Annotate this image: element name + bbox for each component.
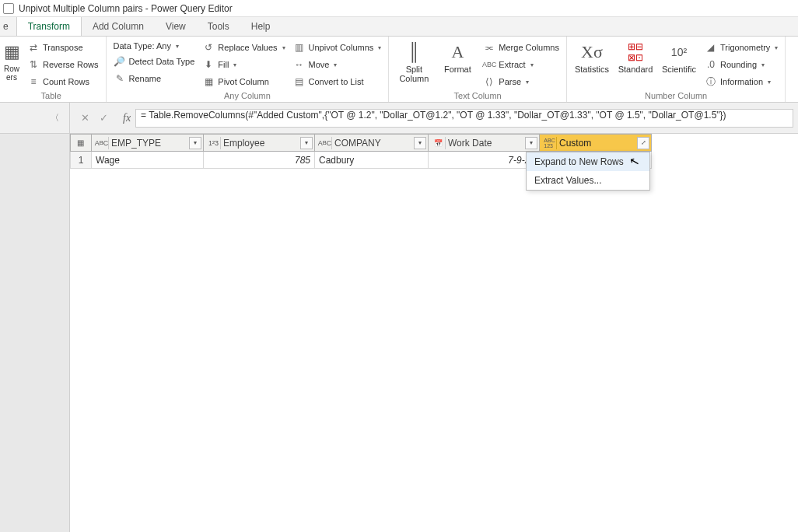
text-type-icon: ABC	[95, 137, 109, 149]
scientific-button[interactable]: 10² Scientific	[659, 40, 699, 75]
column-header-company[interactable]: ABC COMPANY ▾	[315, 134, 429, 152]
statistics-icon: Xσ	[581, 41, 603, 63]
formula-input[interactable]: = Table.RemoveColumns(#"Added Custom",{"…	[135, 109, 793, 128]
tab-transform[interactable]: Transform	[16, 17, 82, 36]
tab-help[interactable]: Help	[240, 17, 282, 36]
reverse-icon: ⇅	[27, 58, 40, 71]
detect-type-button[interactable]: 🔎 Detect Data Type	[111, 54, 198, 69]
cell-emp-type[interactable]: Wage	[92, 152, 204, 169]
standard-button[interactable]: ⊞⊟⊠⊡ Standard	[615, 40, 656, 75]
row-number[interactable]: 1	[70, 152, 92, 169]
collapse-chevron-icon[interactable]: 〈	[48, 110, 61, 126]
table-corner-cell[interactable]: ▦	[70, 134, 92, 152]
merge-label: Merge Columns	[499, 43, 559, 52]
pivot-column-button[interactable]: ▦ Pivot Column	[200, 74, 287, 89]
parse-icon: ⟨⟩	[483, 75, 495, 88]
tab-add-column[interactable]: Add Column	[82, 17, 155, 36]
detect-label: Detect Data Type	[129, 57, 195, 66]
cell-work-date[interactable]: 7-9-20	[429, 152, 540, 169]
column-header-emp-type[interactable]: ABC EMP_TYPE ▾	[92, 134, 204, 152]
replace-values-button[interactable]: ↺ Replace Values ▾	[200, 40, 287, 55]
rounding-label: Rounding	[720, 60, 757, 69]
chevron-down-icon: ▾	[282, 44, 285, 51]
extract-button[interactable]: ABC Extract ▾	[481, 57, 562, 72]
ribbon-group-number-column: Xσ Statistics ⊞⊟⊠⊡ Standard 10² Scientif…	[567, 37, 786, 102]
reverse-rows-button[interactable]: ⇅ Reverse Rows	[25, 57, 101, 72]
information-button[interactable]: ⓘ Information ▾	[702, 74, 780, 89]
unpivot-columns-button[interactable]: ▥ Unpivot Columns ▾	[291, 40, 384, 55]
filter-dropdown-icon[interactable]: ▾	[525, 137, 537, 149]
column-header-employee[interactable]: 1²3 Employee ▾	[204, 134, 315, 152]
ribbon-tabs: e Transform Add Column View Tools Help	[0, 17, 798, 37]
filter-dropdown-icon[interactable]: ▾	[300, 137, 313, 149]
filter-dropdown-icon[interactable]: ▾	[189, 137, 201, 149]
text-type-icon: ABC	[318, 137, 332, 149]
ribbon-group-datetime-column: 📅 Date 🕐 Time ⏱ Duration Date & Time Col…	[786, 37, 798, 102]
information-label: Information	[720, 77, 763, 86]
count-rows-button[interactable]: ≡ Count Rows	[25, 74, 101, 89]
extract-values-item[interactable]: Extract Values...	[527, 171, 649, 190]
tab-home-fragment[interactable]: e	[0, 17, 16, 36]
convert-list-button[interactable]: ▤ Convert to List	[291, 74, 384, 89]
merge-columns-button[interactable]: ⫘ Merge Columns	[481, 40, 562, 55]
move-button[interactable]: ↔ Move ▾	[291, 57, 384, 72]
date-type-icon: 📅	[432, 137, 446, 149]
accept-formula-icon[interactable]: ✓	[95, 110, 112, 127]
pivot-icon: ▦	[202, 75, 215, 88]
queries-panel	[0, 134, 70, 532]
company-label: COMPANY	[334, 138, 381, 149]
query-settings-collapse: 〈	[0, 103, 70, 133]
cancel-formula-icon[interactable]: ✕	[76, 110, 93, 127]
data-area: ▦ 1 ABC EMP_TYPE ▾ Wage 1²3 Employee ▾	[0, 134, 798, 532]
fill-icon: ⬇	[202, 58, 215, 71]
emp-type-label: EMP_TYPE	[111, 138, 161, 149]
format-button[interactable]: A Format	[437, 40, 478, 75]
statistics-button[interactable]: Xσ Statistics	[572, 40, 612, 75]
data-type-button[interactable]: Data Type: Any ▾	[111, 40, 198, 52]
parse-button[interactable]: ⟨⟩ Parse ▾	[481, 74, 562, 89]
ribbon: ▦ Row ers ⇄ Transpose ⇅ Reverse Rows ≡ C…	[0, 37, 798, 103]
row-headers-label: Row ers	[4, 65, 19, 82]
move-label: Move	[309, 60, 330, 69]
fx-icon: fx	[118, 112, 135, 124]
replace-label: Replace Values	[218, 43, 277, 52]
cell-employee[interactable]: 785	[204, 152, 315, 169]
extract-icon: ABC	[483, 58, 495, 71]
expand-to-new-rows-item[interactable]: Expand to New Rows	[527, 152, 649, 171]
rename-button[interactable]: ✎ Rename	[111, 71, 198, 86]
tab-view[interactable]: View	[155, 17, 197, 36]
info-icon: ⓘ	[705, 75, 717, 88]
trigonometry-label: Trigonometry	[720, 43, 770, 52]
filter-dropdown-icon[interactable]: ▾	[414, 137, 426, 149]
datetime-column-group-label: Date & Time Column	[790, 89, 798, 102]
extract-values-label: Extract Values...	[534, 175, 601, 186]
chevron-down-icon: ▾	[176, 43, 179, 50]
standard-icon: ⊞⊟⊠⊡	[625, 41, 646, 63]
split-column-button[interactable]: ║ Split Column	[394, 40, 434, 85]
transpose-label: Transpose	[43, 43, 83, 52]
any-type-icon: ABC123	[543, 137, 557, 149]
table-group-label: Table	[2, 89, 101, 102]
fill-button[interactable]: ⬇ Fill ▾	[200, 57, 287, 72]
chevron-down-icon: ▾	[775, 44, 778, 51]
tab-tools[interactable]: Tools	[197, 17, 240, 36]
column-header-custom[interactable]: ABC123 Custom ⤢	[540, 134, 652, 152]
app-icon	[3, 3, 14, 14]
expand-column-icon[interactable]: ⤢	[637, 137, 649, 149]
transpose-icon: ⇄	[27, 41, 40, 54]
count-rows-label: Count Rows	[43, 77, 89, 86]
date-button[interactable]: 📅 Date	[790, 40, 798, 75]
work-date-label: Work Date	[448, 138, 492, 149]
use-row-headers-button[interactable]: ▦ Row ers	[2, 40, 22, 83]
trigonometry-button[interactable]: ◢ Trigonometry ▾	[702, 40, 780, 55]
rounding-button[interactable]: .0 Rounding ▾	[702, 57, 780, 72]
transpose-button[interactable]: ⇄ Transpose	[25, 40, 101, 55]
expand-context-menu: Expand to New Rows Extract Values...	[526, 152, 650, 191]
data-type-label: Data Type: Any	[114, 41, 171, 51]
column-header-work-date[interactable]: 📅 Work Date ▾	[429, 134, 540, 152]
cell-company[interactable]: Cadbury	[315, 152, 429, 169]
unpivot-icon: ▥	[293, 41, 306, 54]
ribbon-group-any-column: Data Type: Any ▾ 🔎 Detect Data Type ✎ Re…	[107, 37, 390, 102]
ribbon-group-table: ▦ Row ers ⇄ Transpose ⇅ Reverse Rows ≡ C…	[0, 37, 107, 102]
chevron-down-icon: ▾	[768, 79, 771, 86]
